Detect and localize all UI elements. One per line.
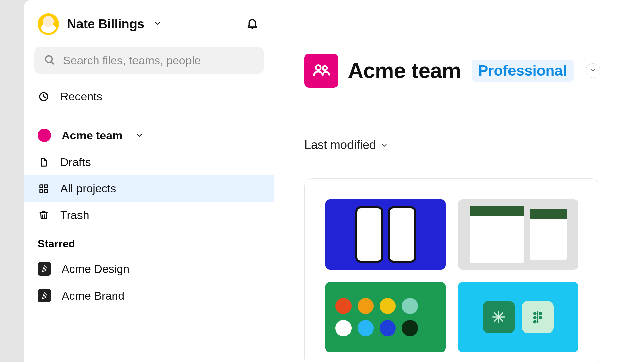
- chevron-down-icon: [590, 67, 596, 75]
- bell-icon: [246, 17, 259, 31]
- svg-point-18: [533, 316, 536, 319]
- sidebar-team-switcher[interactable]: Acme team: [24, 122, 274, 149]
- team-header: Acme team Professional: [304, 54, 614, 88]
- trash-icon: [38, 209, 50, 221]
- user-name-label: Nate Billings: [67, 17, 144, 32]
- svg-point-20: [533, 320, 536, 324]
- page-title: Acme team: [348, 58, 461, 83]
- team-avatar: [304, 54, 338, 88]
- svg-rect-5: [40, 189, 43, 192]
- sidebar-item-recents[interactable]: Recents: [24, 83, 274, 110]
- team-color-dot: [38, 129, 51, 142]
- project-thumbnail: [325, 199, 446, 270]
- svg-rect-3: [40, 185, 43, 188]
- avatar: [38, 13, 59, 35]
- divider: [24, 114, 274, 114]
- chevron-down-icon: [154, 19, 162, 29]
- main-content: Acme team Professional Last modified: [274, 0, 644, 362]
- pen-nib-icon: [38, 289, 51, 302]
- sort-label: Last modified: [304, 138, 376, 152]
- sidebar-item-drafts[interactable]: Drafts: [24, 149, 274, 175]
- svg-point-9: [316, 65, 321, 70]
- file-icon: [38, 156, 50, 168]
- sidebar-item-all-projects[interactable]: All projects: [24, 175, 274, 202]
- svg-point-19: [539, 316, 542, 319]
- project-thumbnail: [458, 199, 578, 270]
- sidebar-section-heading-starred: Starred: [24, 228, 274, 255]
- sidebar-item-label: Acme Brand: [62, 289, 124, 302]
- sidebar-item-label: Acme team: [62, 129, 122, 142]
- sidebar: Nate Billings Recents: [24, 0, 274, 362]
- sidebar-item-trash[interactable]: Trash: [24, 202, 274, 228]
- plan-badge[interactable]: Professional: [472, 60, 574, 82]
- svg-point-10: [323, 66, 327, 70]
- svg-point-16: [533, 312, 536, 315]
- sidebar-item-label: All projects: [60, 182, 116, 195]
- svg-point-7: [44, 268, 45, 269]
- sidebar-starred-item[interactable]: Acme Design: [24, 255, 274, 282]
- search-box[interactable]: [34, 47, 264, 74]
- sidebar-item-label: Trash: [60, 208, 89, 222]
- account-switcher[interactable]: Nate Billings: [24, 8, 274, 44]
- grid-icon: [38, 183, 50, 195]
- project-card[interactable]: [304, 178, 599, 362]
- sidebar-item-label: Recents: [60, 90, 102, 103]
- search-input[interactable]: [63, 54, 254, 67]
- svg-rect-15: [537, 311, 538, 323]
- notifications-button[interactable]: [244, 16, 260, 32]
- project-thumbnail: [325, 282, 446, 352]
- svg-rect-4: [45, 185, 48, 188]
- project-thumbnail: [458, 282, 578, 352]
- clock-icon: [38, 90, 50, 103]
- sidebar-item-label: Drafts: [60, 156, 91, 169]
- sort-dropdown[interactable]: Last modified: [304, 138, 614, 152]
- sidebar-starred-item[interactable]: Acme Brand: [24, 282, 274, 309]
- sidebar-item-label: Acme Design: [62, 262, 129, 276]
- svg-point-17: [539, 312, 542, 315]
- svg-rect-6: [45, 189, 48, 192]
- people-icon: [312, 61, 331, 81]
- search-icon: [44, 54, 55, 67]
- team-menu-button[interactable]: [586, 63, 600, 78]
- pen-nib-icon: [38, 262, 51, 276]
- chevron-down-icon: [381, 138, 388, 152]
- app-window: Nate Billings Recents: [24, 0, 644, 362]
- svg-point-8: [44, 295, 45, 296]
- chevron-down-icon: [135, 129, 143, 142]
- svg-line-1: [51, 62, 54, 64]
